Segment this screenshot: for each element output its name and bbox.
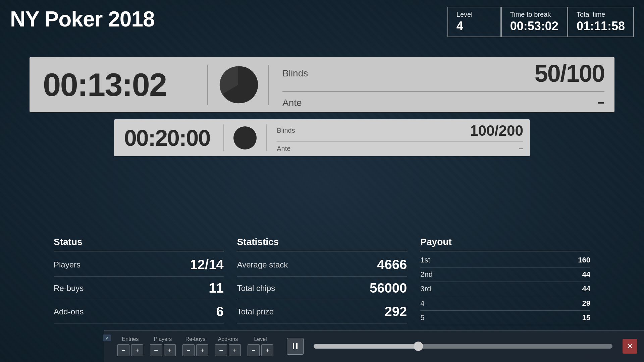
total-chips-row: Total chips 56000 bbox=[237, 277, 407, 300]
progress-bar[interactable] bbox=[314, 344, 612, 349]
entries-plus-btn[interactable]: + bbox=[131, 344, 143, 356]
statistics-header: Statistics bbox=[237, 237, 407, 251]
addons-control: Add-ons − + bbox=[215, 336, 241, 356]
pie-divider bbox=[268, 65, 269, 105]
svg-rect-3 bbox=[293, 343, 294, 349]
controls-bar: v Entries − + Players − + Re-buys − + Ad… bbox=[104, 330, 644, 362]
payout-row: 1st 160 bbox=[420, 253, 590, 267]
progress-thumb[interactable] bbox=[414, 342, 423, 351]
addons-ctrl-label: Add-ons bbox=[218, 336, 238, 342]
rebuys-buttons: − + bbox=[182, 344, 208, 356]
payout-column: Payout 1st 160 2nd 44 3rd 44 4 29 5 15 bbox=[420, 237, 590, 325]
level-stat-box: Level 4 bbox=[447, 7, 501, 37]
payout-row: 3rd 44 bbox=[420, 282, 590, 296]
level-label: Level bbox=[457, 11, 492, 18]
blinds-divider bbox=[282, 91, 604, 92]
rebuys-label: Re-buys bbox=[54, 284, 84, 293]
timer-divider bbox=[207, 65, 208, 105]
status-column: Status Players 12/14 Re-buys 11 Add-ons … bbox=[54, 237, 224, 325]
level-ctrl-label: Level bbox=[254, 336, 267, 342]
next-blinds-section: Blinds 100/200 Ante − bbox=[270, 117, 530, 159]
ante-value: − bbox=[597, 96, 604, 110]
blinds-row: Blinds 50/100 bbox=[282, 57, 604, 90]
rebuys-minus-btn[interactable]: − bbox=[182, 344, 195, 356]
progress-fill bbox=[314, 344, 418, 349]
total-prize-label: Total prize bbox=[237, 307, 274, 316]
entries-control: Entries − + bbox=[117, 336, 143, 356]
players-minus-btn[interactable]: − bbox=[150, 344, 162, 356]
time-to-break-box: Time to break 00:53:02 bbox=[501, 7, 568, 37]
level-minus-btn[interactable]: − bbox=[248, 344, 260, 356]
payout-amount: 29 bbox=[582, 299, 590, 308]
blinds-label: Blinds bbox=[282, 68, 308, 79]
current-level-panel: 00:13:02 Blinds 50/100 Ante − bbox=[30, 57, 614, 112]
rebuys-ctrl-label: Re-buys bbox=[185, 336, 206, 342]
svg-point-2 bbox=[233, 126, 257, 149]
stats-section: Status Players 12/14 Re-buys 11 Add-ons … bbox=[54, 237, 590, 325]
payout-amount: 44 bbox=[582, 285, 590, 293]
next-ante-row: Ante − bbox=[277, 142, 523, 155]
app-title: NY Poker 2018 bbox=[10, 7, 155, 32]
total-time-value: 01:11:58 bbox=[577, 19, 625, 33]
total-chips-value: 56000 bbox=[370, 281, 407, 296]
next-pie-chart bbox=[232, 125, 258, 150]
next-blinds-divider bbox=[277, 141, 523, 142]
pie-svg bbox=[218, 65, 258, 105]
total-time-label: Total time bbox=[577, 11, 625, 18]
players-plus-btn[interactable]: + bbox=[164, 344, 176, 356]
v-badge: v bbox=[103, 335, 111, 341]
addons-minus-btn[interactable]: − bbox=[215, 344, 227, 356]
header: NY Poker 2018 Level 4 Time to break 00:5… bbox=[0, 0, 644, 44]
next-timer-divider bbox=[223, 124, 224, 151]
time-to-break-label: Time to break bbox=[510, 11, 558, 18]
entries-minus-btn[interactable]: − bbox=[117, 344, 129, 356]
total-chips-label: Total chips bbox=[237, 284, 275, 293]
addons-buttons: − + bbox=[215, 344, 241, 356]
payout-row: 2nd 44 bbox=[420, 267, 590, 282]
level-control: Level − + bbox=[248, 336, 273, 356]
rebuys-value: 11 bbox=[209, 281, 224, 296]
addons-plus-btn[interactable]: + bbox=[229, 344, 241, 356]
ante-row: Ante − bbox=[282, 93, 604, 113]
avg-stack-label: Average stack bbox=[237, 260, 288, 269]
next-timer: 00:20:00 bbox=[114, 125, 220, 151]
players-row: Players 12/14 bbox=[54, 253, 224, 277]
payout-rows: 1st 160 2nd 44 3rd 44 4 29 5 15 bbox=[420, 253, 590, 325]
svg-rect-4 bbox=[296, 343, 298, 349]
next-ante-label: Ante bbox=[277, 145, 290, 153]
current-timer: 00:13:02 bbox=[30, 66, 204, 103]
rebuys-row: Re-buys 11 bbox=[54, 277, 224, 300]
total-time-box: Total time 01:11:58 bbox=[568, 7, 634, 37]
header-stats: Level 4 Time to break 00:53:02 Total tim… bbox=[447, 7, 634, 37]
ante-label: Ante bbox=[282, 98, 302, 108]
payout-place: 5 bbox=[420, 313, 424, 322]
entries-buttons: − + bbox=[117, 344, 143, 356]
payout-header: Payout bbox=[420, 237, 590, 251]
payout-amount: 15 bbox=[582, 313, 590, 322]
pause-button[interactable] bbox=[287, 338, 304, 355]
current-pie-chart bbox=[218, 65, 258, 105]
rebuys-control: Re-buys − + bbox=[182, 336, 208, 356]
rebuys-plus-btn[interactable]: + bbox=[196, 344, 208, 356]
next-pie-svg bbox=[232, 125, 258, 150]
pause-icon bbox=[291, 342, 299, 350]
avg-stack-value: 4666 bbox=[377, 257, 407, 272]
payout-row: 5 15 bbox=[420, 311, 590, 325]
players-ctrl-label: Players bbox=[154, 336, 172, 342]
payout-amount: 160 bbox=[578, 256, 590, 264]
payout-place: 2nd bbox=[420, 270, 433, 279]
players-buttons: − + bbox=[150, 344, 176, 356]
avg-stack-row: Average stack 4666 bbox=[237, 253, 407, 277]
next-level-panel: 00:20:00 Blinds 100/200 Ante − bbox=[114, 119, 530, 156]
level-value: 4 bbox=[457, 19, 492, 33]
payout-amount: 44 bbox=[582, 270, 590, 279]
payout-row: 4 29 bbox=[420, 296, 590, 311]
players-label: Players bbox=[54, 260, 80, 269]
blinds-value: 50/100 bbox=[535, 60, 604, 87]
players-value: 12/14 bbox=[190, 257, 224, 272]
level-plus-btn[interactable]: + bbox=[261, 344, 273, 356]
payout-place: 3rd bbox=[420, 285, 431, 293]
close-button[interactable]: ✕ bbox=[623, 339, 637, 354]
current-blinds-section: Blinds 50/100 Ante − bbox=[272, 52, 614, 118]
next-pie-divider bbox=[266, 124, 267, 151]
